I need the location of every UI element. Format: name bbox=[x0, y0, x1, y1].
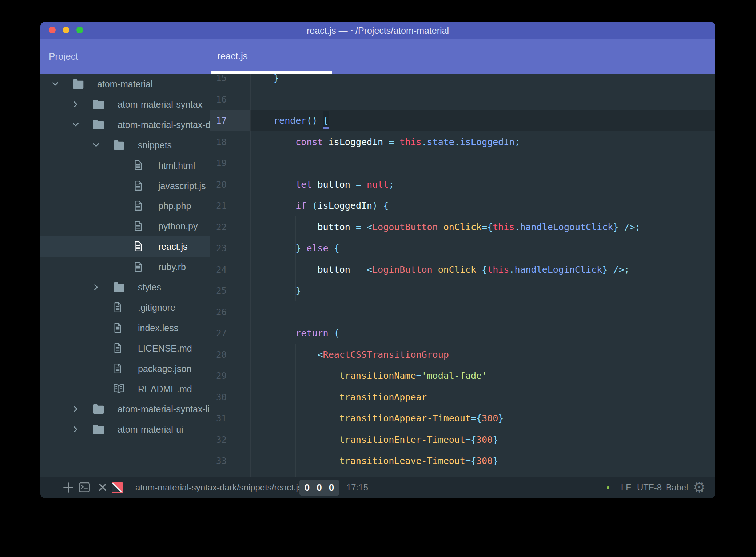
tree-item[interactable]: .gitignore bbox=[40, 297, 210, 318]
code-line: if (isLoggedIn) { bbox=[263, 195, 389, 216]
tree-item-label: package.json bbox=[138, 358, 191, 379]
chevron-right-icon[interactable] bbox=[71, 100, 80, 109]
tree-item[interactable]: package.json bbox=[40, 358, 210, 379]
code-editor[interactable]: 1516171819202122232425262728293031323334… bbox=[210, 74, 715, 477]
code-line: } bbox=[263, 74, 279, 89]
tree-item-label: atom-material-syntax-lig bbox=[118, 399, 210, 419]
file-icon bbox=[133, 180, 143, 193]
tree-item[interactable]: react.js bbox=[40, 236, 210, 257]
code-line: transitionLeave-Timeout={300} bbox=[263, 450, 498, 472]
file-icon bbox=[133, 261, 143, 274]
tree-item[interactable]: README.md bbox=[40, 379, 210, 399]
tab-react-js[interactable]: react.js bbox=[217, 39, 248, 73]
line-number: 27 bbox=[210, 323, 227, 344]
folder-icon bbox=[92, 424, 105, 436]
tree-item[interactable]: php.php bbox=[40, 196, 210, 216]
title-bar: react.js — ~/Projects/atom-material bbox=[40, 22, 715, 39]
tree-item-label: python.py bbox=[158, 216, 198, 236]
tree-item-label: snippets bbox=[138, 135, 172, 155]
grammar[interactable]: Babel bbox=[666, 477, 688, 498]
line-number: 34 bbox=[210, 472, 227, 477]
folder-icon bbox=[92, 119, 105, 131]
file-tree[interactable]: atom-materialatom-material-syntaxatom-ma… bbox=[40, 74, 210, 477]
terminal-icon[interactable] bbox=[78, 477, 91, 498]
window-title: react.js — ~/Projects/atom-material bbox=[40, 22, 715, 39]
folder-icon bbox=[113, 281, 125, 294]
status-bar: atom-material-syntax-dark/snippets/react… bbox=[40, 477, 715, 498]
tree-item[interactable]: atom-material-ui bbox=[40, 419, 210, 440]
tree-item-label: html.html bbox=[158, 155, 195, 176]
line-number: 17 bbox=[210, 110, 227, 131]
cursor-position[interactable]: 17:15 bbox=[346, 477, 368, 498]
git-count: 0 bbox=[329, 482, 334, 493]
main-area: atom-materialatom-material-syntaxatom-ma… bbox=[40, 74, 715, 477]
chevron-right-icon[interactable] bbox=[71, 425, 80, 434]
file-icon bbox=[113, 363, 123, 376]
tree-item[interactable]: ruby.rb bbox=[40, 257, 210, 277]
file-icon bbox=[113, 302, 123, 314]
tree-item-label: atom-material bbox=[97, 74, 153, 94]
tree-item-label: README.md bbox=[138, 379, 192, 399]
active-tab-underline bbox=[211, 71, 332, 74]
folder-icon bbox=[72, 78, 84, 91]
line-ending[interactable]: LF bbox=[621, 477, 631, 498]
code-line: transitionName='modal-fade' bbox=[263, 365, 487, 386]
folder-icon bbox=[92, 403, 105, 416]
line-number: 25 bbox=[210, 280, 227, 301]
tree-item[interactable]: javascript.js bbox=[40, 176, 210, 196]
tree-item[interactable]: styles bbox=[40, 277, 210, 297]
tree-item[interactable]: atom-material-syntax-lig bbox=[40, 399, 210, 419]
encoding[interactable]: UTF-8 bbox=[637, 477, 662, 498]
chevron-down-icon[interactable] bbox=[71, 120, 80, 129]
code-line: transitionAppear-Timeout={300} bbox=[263, 408, 504, 429]
tree-item-label: atom-material-syntax bbox=[118, 94, 202, 115]
tree-item[interactable]: atom-material bbox=[40, 74, 210, 94]
file-icon bbox=[133, 241, 143, 253]
chevron-down-icon[interactable] bbox=[51, 80, 60, 88]
tree-item-label: LICENSE.md bbox=[138, 338, 192, 358]
code-line: return ( bbox=[263, 323, 339, 344]
chevron-right-icon[interactable] bbox=[71, 405, 80, 413]
gear-icon[interactable]: ⚙ bbox=[691, 477, 708, 497]
tree-item[interactable]: python.py bbox=[40, 216, 210, 236]
git-count: 0 bbox=[317, 482, 322, 493]
tree-item[interactable]: index.less bbox=[40, 318, 210, 338]
tree-item[interactable]: LICENSE.md bbox=[40, 338, 210, 358]
file-path: atom-material-syntax-dark/snippets/react… bbox=[135, 477, 302, 498]
line-number: 19 bbox=[210, 153, 227, 174]
code-line: let button = null; bbox=[263, 174, 394, 195]
material-logo-icon[interactable] bbox=[112, 482, 123, 493]
line-number: 28 bbox=[210, 344, 227, 365]
line-number: 18 bbox=[210, 132, 227, 153]
tree-item[interactable]: html.html bbox=[40, 155, 210, 176]
gutter-divider bbox=[250, 74, 251, 477]
tree-item-label: styles bbox=[138, 277, 161, 297]
file-icon bbox=[133, 220, 143, 233]
chevron-right-icon[interactable] bbox=[92, 283, 100, 292]
chevron-down-icon[interactable] bbox=[92, 141, 100, 149]
git-count: 0 bbox=[305, 482, 310, 493]
tab-bar: Project react.js bbox=[40, 39, 715, 74]
tree-item-label: ruby.rb bbox=[158, 257, 186, 277]
code-line: } bbox=[263, 280, 301, 301]
code-line: button = <LogoutButton onClick={this.han… bbox=[263, 217, 641, 238]
line-number: 16 bbox=[210, 89, 227, 110]
close-icon[interactable] bbox=[97, 477, 108, 498]
file-icon bbox=[113, 322, 123, 335]
tree-item[interactable]: snippets bbox=[40, 135, 210, 155]
code-line: transitionAppear bbox=[263, 387, 427, 408]
line-number: 26 bbox=[210, 302, 227, 323]
add-icon[interactable] bbox=[62, 477, 75, 498]
tree-item-label: atom-material-syntax-da bbox=[118, 115, 210, 135]
code-line: button = <LoginButton onClick={this.hand… bbox=[263, 259, 630, 280]
tree-item[interactable]: atom-material-syntax bbox=[40, 94, 210, 115]
line-number: 29 bbox=[210, 365, 227, 386]
book-icon bbox=[113, 383, 125, 396]
file-icon bbox=[133, 200, 143, 213]
code-line: const isLoggedIn = this.state.isLoggedIn… bbox=[263, 132, 520, 153]
git-diff-counts: 000 bbox=[299, 480, 339, 496]
file-icon bbox=[133, 160, 143, 172]
tree-item[interactable]: atom-material-syntax-da bbox=[40, 115, 210, 135]
line-number: 21 bbox=[210, 195, 227, 216]
line-number: 32 bbox=[210, 429, 227, 450]
